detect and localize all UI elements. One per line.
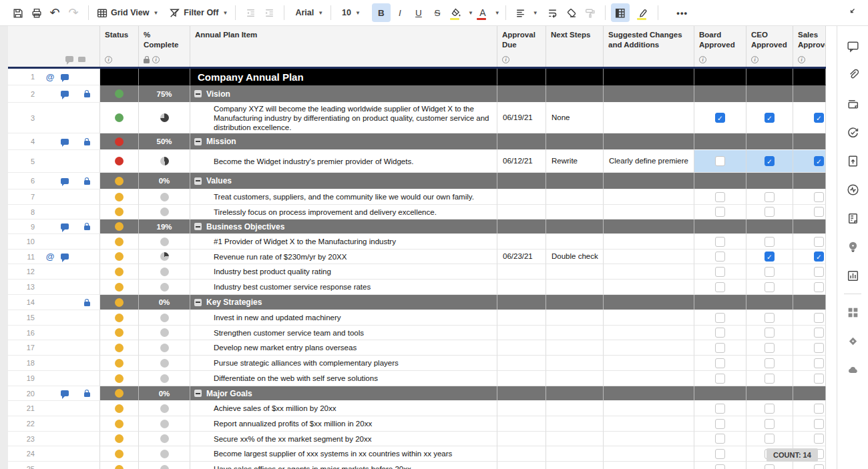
sales-approved-cell[interactable] [793,401,826,416]
checkbox-unchecked[interactable] [765,237,775,247]
next-steps-cell[interactable] [546,280,604,295]
checkbox-unchecked[interactable] [814,343,824,353]
approval-due-cell[interactable] [497,310,546,326]
collapse-minus-icon[interactable] [194,177,202,185]
sales-approved-cell[interactable] [793,133,826,150]
percent-cell[interactable] [139,264,190,280]
ceo-approved-cell[interactable] [746,173,793,189]
suggested-cell[interactable] [604,280,694,295]
percent-cell[interactable]: 19% [139,219,190,234]
checkbox-unchecked[interactable] [765,434,775,444]
item-cell[interactable]: Company XYZ will become the leading worl… [190,103,497,133]
wrap-text-button[interactable] [544,3,562,22]
sheet-row-17[interactable]: 17Develop new market entry plans oversea… [8,340,826,356]
item-cell[interactable]: Achieve sales of $xx million by 20xx [190,401,497,416]
item-cell[interactable]: Industry best product quality rating [190,264,497,280]
next-steps-cell[interactable] [546,219,604,234]
item-cell[interactable]: Become largest supplier of xxx systems i… [190,446,497,462]
sales-approved-cell[interactable] [793,462,826,469]
ceo-approved-cell[interactable] [746,462,793,469]
column-header-suggested-changes[interactable]: Suggested Changes and Additions [604,26,694,67]
item-cell[interactable]: Differentiate on the web with self serve… [190,371,497,386]
next-steps-cell[interactable] [546,310,604,326]
row-number-cell[interactable]: 10 [8,234,100,250]
checkbox-checked[interactable]: ✓ [765,252,775,262]
cell-borders-button[interactable] [611,3,630,22]
item-cell[interactable]: Invest in new and updated machinery [190,310,497,326]
item-cell[interactable]: Revenue run rate of $230m/yr by 20XX [190,250,497,264]
comments-panel-button[interactable] [841,32,864,61]
view-selector[interactable]: Grid View ▼ [94,3,160,22]
sheet-row-3[interactable]: 3Company XYZ will become the leading wor… [8,103,826,133]
suggested-cell[interactable] [604,386,694,401]
sheet-row-8[interactable]: 8Tirelessly focus on process improvement… [8,205,826,219]
sales-approved-cell[interactable] [793,219,826,234]
suggested-cell[interactable] [604,310,694,326]
approval-due-cell[interactable] [497,432,546,446]
suggested-cell[interactable] [604,250,694,264]
suggested-cell[interactable] [604,264,694,280]
board-approved-cell[interactable] [694,356,746,371]
board-approved-cell[interactable] [694,416,746,432]
status-cell[interactable] [100,103,139,133]
status-cell[interactable] [100,356,139,371]
row-number-cell[interactable]: 25 [8,462,100,469]
strikethrough-button[interactable]: S [428,3,447,22]
board-approved-cell[interactable] [694,310,746,326]
italic-button[interactable]: I [391,3,409,22]
item-cell[interactable]: Develop new market entry plans overseas [190,340,497,356]
approval-due-cell[interactable]: 06/12/21 [497,150,546,173]
app-grid-button[interactable] [841,298,864,327]
board-approved-cell[interactable] [694,133,746,150]
suggested-cell[interactable] [604,446,694,462]
row-number-cell[interactable]: 5 [8,150,100,173]
ceo-approved-cell[interactable] [746,401,793,416]
status-cell[interactable] [100,326,139,340]
font-size-selector[interactable]: 10 ▼ [337,3,363,22]
percent-cell[interactable]: 75% [139,85,190,103]
approval-due-cell[interactable] [497,85,546,103]
next-steps-cell[interactable] [546,85,604,103]
item-cell[interactable]: Key Strategies [190,295,497,310]
premium-apps-button[interactable] [841,327,864,356]
board-approved-cell[interactable]: ✓ [694,103,746,133]
suggested-cell[interactable] [604,85,694,103]
sales-approved-cell[interactable] [793,386,826,401]
sheet-row-2[interactable]: 275%Vision [8,85,826,103]
checkbox-unchecked[interactable] [814,207,824,217]
next-steps-cell[interactable] [546,69,604,85]
status-cell[interactable] [100,280,139,295]
sheet-row-6[interactable]: 60%Values [8,173,826,189]
row-number-cell[interactable]: 2 [8,85,100,103]
chevron-down-icon[interactable]: ▼ [468,10,473,16]
checkbox-unchecked[interactable] [765,404,775,414]
row-number-cell[interactable]: 4 [8,133,100,150]
checkbox-unchecked[interactable] [715,252,725,262]
sales-approved-cell[interactable]: ✓ [793,150,826,173]
clear-format-button[interactable] [562,3,581,22]
status-cell[interactable] [100,69,139,85]
sheet-row-25[interactable]: 25Have sales offices or agents in major … [8,462,826,469]
row-number-cell[interactable]: 16 [8,326,100,340]
item-cell[interactable]: Have sales offices or agents in major ma… [190,462,497,469]
suggested-cell[interactable] [604,189,694,205]
checkbox-unchecked[interactable] [765,464,775,469]
checkbox-checked[interactable]: ✓ [814,252,824,262]
more-options-button[interactable]: ••• [673,3,692,22]
sales-approved-cell[interactable] [793,371,826,386]
status-cell[interactable] [100,432,139,446]
item-cell[interactable]: Company Annual Plan [190,69,497,85]
next-steps-cell[interactable] [546,386,604,401]
collapse-toolbar-button[interactable] [841,3,860,22]
activity-log-panel-button[interactable] [841,175,864,204]
row-number-cell[interactable]: 24 [8,446,100,462]
suggested-cell[interactable] [604,173,694,189]
status-cell[interactable] [100,371,139,386]
checkbox-unchecked[interactable] [715,192,725,202]
row-number-cell[interactable]: 14 [8,295,100,310]
approval-due-cell[interactable] [497,219,546,234]
collapse-minus-icon[interactable] [194,390,202,397]
status-cell[interactable] [100,133,139,150]
font-family-selector[interactable]: Arial ▼ [290,3,325,22]
sales-approved-cell[interactable]: ✓ [793,250,826,264]
